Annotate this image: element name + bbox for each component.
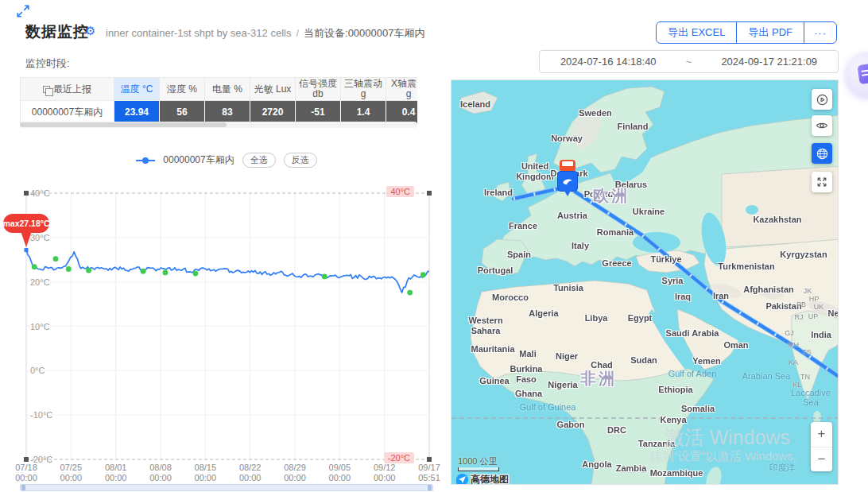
table-header-row: 最近上报温度 °C湿度 %电量 %光敏 Lux信号强度 db三轴震动 gX轴震动…	[21, 78, 418, 101]
legend-series-name[interactable]: 00000007车厢内	[163, 153, 234, 167]
document-icon	[857, 64, 868, 85]
value-cell: 56	[160, 101, 205, 124]
breadcrumb: inner container-1st shpt by sea-312 cell…	[106, 26, 424, 41]
x-axis-tick: 07/25 00:00	[60, 463, 83, 483]
x-axis-tick: 09/12 00:00	[374, 463, 396, 483]
breadcrumb-shipment: inner container-1st shpt by sea-312 cell…	[106, 27, 291, 39]
report-icon	[43, 86, 50, 93]
map-scale-bar	[458, 467, 499, 471]
page-title: 数据监控	[25, 21, 89, 42]
map-zoom-control: + −	[811, 422, 832, 471]
export-excel-button[interactable]: 导出 EXCEL	[657, 22, 736, 43]
datazoom-slider[interactable]	[20, 484, 433, 491]
table-data-row: 00000007车厢内23.9456832720-511.40.40.6	[21, 101, 418, 124]
more-actions-button[interactable]: ···	[804, 22, 836, 43]
x-axis-tick: 08/08 00:00	[149, 463, 172, 483]
export-button-group: 导出 EXCEL 导出 PDF ···	[656, 21, 837, 44]
collapse-panel-icon[interactable]	[16, 4, 30, 18]
gear-icon[interactable]: ⚙	[85, 24, 95, 38]
x-axis-ticks: 07/18 00:0007/25 00:0008/01 00:0008/08 0…	[20, 463, 433, 483]
zoom-out-button[interactable]: −	[811, 447, 832, 472]
value-cell: 1.4	[341, 101, 386, 124]
chart-legend: 00000007车厢内 全选 反选	[20, 153, 433, 168]
select-all-button[interactable]: 全选	[242, 153, 276, 168]
map-panel[interactable]: IcelandNorwaySwedenFinlandUnited Kingdom…	[451, 79, 839, 485]
x-axis-tick: 08/29 00:00	[284, 463, 306, 483]
amap-plane-icon	[456, 474, 468, 485]
floating-assistant-button[interactable]	[846, 52, 868, 97]
column-header[interactable]: 最近上报	[21, 78, 114, 101]
datazoom-left-handle[interactable]	[21, 485, 25, 490]
value-cell: 83	[205, 101, 250, 124]
x-axis-tick: 07/18 00:00	[15, 463, 37, 483]
zoom-in-button[interactable]: +	[811, 422, 832, 447]
column-header[interactable]: 湿度 %	[160, 78, 205, 101]
amap-logo: 高德地图	[456, 473, 509, 485]
map-scale-text: 1000 公里	[458, 455, 498, 467]
windows-watermark-line2: 转到“设置”以激活 Windows。	[650, 449, 805, 464]
y-axis-tick: -10°C	[30, 410, 52, 420]
start-date-input[interactable]: 2024-07-16 14:18:40	[540, 56, 677, 68]
y-axis-tick: 20°C	[30, 277, 50, 287]
table-scrollbar[interactable]	[20, 122, 417, 128]
x-axis-tick: 08/01 00:00	[105, 463, 127, 483]
breadcrumb-separator: /	[291, 27, 304, 39]
date-range-separator: ~	[677, 56, 701, 68]
export-pdf-button[interactable]: 导出 PDF	[736, 22, 804, 43]
lower-limit-badge: -20°C	[384, 452, 414, 463]
y-axis-tick: 10°C	[30, 322, 50, 331]
equator-dashed-line	[451, 417, 839, 419]
date-range-picker[interactable]: 2024-07-16 14:18:40 ~ 2024-09-17 21:21:0…	[539, 50, 839, 73]
period-label: 监控时段:	[25, 56, 70, 71]
column-header[interactable]: 温度 °C	[114, 78, 160, 101]
vehicle-marker[interactable]	[556, 160, 579, 198]
upper-limit-badge: 40°C	[386, 186, 414, 197]
column-header[interactable]: 光敏 Lux	[250, 78, 296, 101]
device-name-cell: 00000007车厢内	[21, 101, 114, 124]
value-cell: 0.4	[386, 101, 418, 124]
amap-logo-text: 高德地图	[471, 473, 509, 485]
play-track-button[interactable]	[812, 89, 832, 110]
chart-canvas	[20, 183, 433, 461]
breadcrumb-device: 当前设备:00000007车厢内	[304, 27, 424, 39]
y-axis-tick: 40°C	[30, 188, 50, 198]
invert-selection-button[interactable]: 反选	[284, 153, 317, 168]
column-header[interactable]: 信号强度 db	[296, 78, 341, 101]
column-header[interactable]: 三轴震动 g	[341, 78, 386, 101]
max-temperature-label: max27.18°C	[3, 214, 49, 233]
column-header[interactable]: 电量 %	[205, 78, 250, 101]
x-axis-tick: 09/17 05:51	[418, 463, 440, 483]
value-cell: 2720	[250, 101, 296, 124]
x-axis-tick: 09/05 00:00	[329, 463, 351, 483]
device-badge	[557, 171, 578, 192]
value-cell: -51	[296, 101, 341, 124]
max-temperature-marker: max27.18°C	[3, 214, 51, 250]
visibility-button[interactable]	[812, 115, 832, 136]
legend-line-marker	[136, 160, 155, 161]
fullscreen-button[interactable]	[812, 172, 832, 192]
temperature-chart: 40°C30°C20°C10°C0°C-10°C-20°C 40°C -20°C…	[20, 183, 433, 461]
value-cell: 23.94	[114, 101, 160, 124]
truck-icon	[560, 160, 575, 171]
column-header[interactable]: X轴震动 g	[386, 78, 418, 101]
y-axis-tick: 0°C	[30, 366, 45, 375]
end-date-input[interactable]: 2024-09-17 21:21:09	[701, 56, 839, 68]
x-axis-tick: 08/15 00:00	[195, 463, 217, 483]
windows-watermark-line1: 激活 Windows	[665, 424, 790, 451]
map-layer-button[interactable]	[812, 143, 832, 164]
x-axis-tick: 08/22 00:00	[239, 463, 262, 483]
table-scrollbar-thumb[interactable]	[20, 122, 227, 127]
datazoom-right-handle[interactable]	[428, 485, 432, 490]
sensor-table: 最近上报温度 °C湿度 %电量 %光敏 Lux信号强度 db三轴震动 gX轴震动…	[20, 77, 417, 124]
